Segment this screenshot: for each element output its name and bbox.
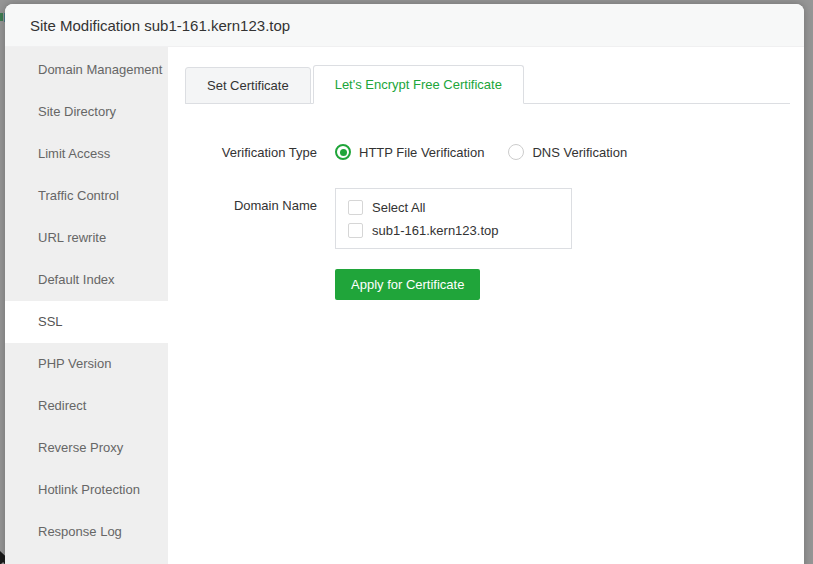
ssl-panel: Set Certificate Let's Encrypt Free Certi… <box>168 47 804 564</box>
checkbox-unchecked-icon[interactable] <box>348 223 363 238</box>
sidebar-item-default-index[interactable]: Default Index <box>5 259 168 301</box>
sidebar-item-hotlink-protection[interactable]: Hotlink Protection <box>5 469 168 511</box>
checkbox-label: Select All <box>372 200 425 215</box>
radio-dns-verification[interactable]: DNS Verification <box>508 144 627 160</box>
sidebar-item-ssl[interactable]: SSL <box>5 301 168 343</box>
sidebar-item-response-log[interactable]: Response Log <box>5 511 168 553</box>
background-page-fragment <box>0 13 3 21</box>
tab-set-certificate[interactable]: Set Certificate <box>185 67 311 104</box>
checkbox-select-all[interactable]: Select All <box>348 196 559 219</box>
checkbox-label: sub1-161.kern123.top <box>372 223 498 238</box>
sidebar-item-reverse-proxy[interactable]: Reverse Proxy <box>5 427 168 469</box>
sidebar-item-traffic-control[interactable]: Traffic Control <box>5 175 168 217</box>
radio-label: DNS Verification <box>532 145 627 160</box>
sidebar-item-url-rewrite[interactable]: URL rewrite <box>5 217 168 259</box>
checkbox-unchecked-icon[interactable] <box>348 200 363 215</box>
dialog-header: Site Modification sub1-161.kern123.top <box>5 4 804 47</box>
radio-selected-icon[interactable] <box>335 144 351 160</box>
radio-label: HTTP File Verification <box>359 145 484 160</box>
sidebar-item-php-version[interactable]: PHP Version <box>5 343 168 385</box>
domain-name-row: Domain Name Select All sub1-161.kern123.… <box>185 188 804 249</box>
verification-type-row: Verification Type HTTP File Verification… <box>185 142 804 162</box>
certificate-tabs: Set Certificate Let's Encrypt Free Certi… <box>185 65 804 104</box>
settings-sidebar: Domain Management Site Directory Limit A… <box>5 47 168 564</box>
domain-name-label: Domain Name <box>185 188 317 213</box>
actions-row: Apply for Certificate <box>185 269 804 300</box>
sidebar-item-redirect[interactable]: Redirect <box>5 385 168 427</box>
dialog-title: Site Modification sub1-161.kern123.top <box>30 17 290 34</box>
domain-list-box: Select All sub1-161.kern123.top <box>335 188 572 249</box>
verification-type-label: Verification Type <box>185 145 317 160</box>
tab-lets-encrypt[interactable]: Let's Encrypt Free Certificate <box>313 65 524 104</box>
apply-for-certificate-button[interactable]: Apply for Certificate <box>335 269 480 300</box>
checkbox-domain[interactable]: sub1-161.kern123.top <box>348 219 559 242</box>
sidebar-item-domain-management[interactable]: Domain Management <box>5 49 168 91</box>
sidebar-item-limit-access[interactable]: Limit Access <box>5 133 168 175</box>
site-modification-dialog: Site Modification sub1-161.kern123.top D… <box>5 4 804 564</box>
radio-unselected-icon[interactable] <box>508 144 524 160</box>
lets-encrypt-form: Verification Type HTTP File Verification… <box>185 104 804 300</box>
radio-http-file-verification[interactable]: HTTP File Verification <box>335 144 484 160</box>
sidebar-item-site-directory[interactable]: Site Directory <box>5 91 168 133</box>
verification-type-options: HTTP File Verification DNS Verification <box>335 144 627 160</box>
